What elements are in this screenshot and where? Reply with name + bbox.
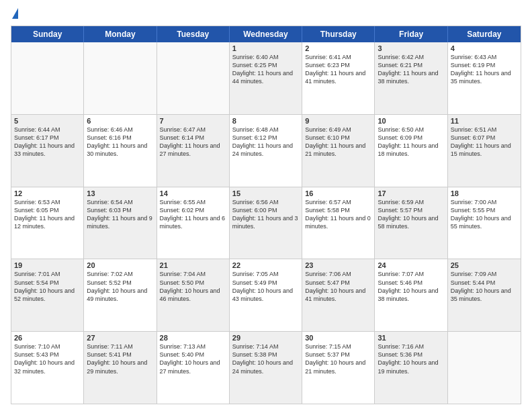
day-number: 15	[232, 189, 299, 197]
calendar-day-27: 27Sunrise: 7:11 AM Sunset: 5:41 PM Dayli…	[84, 332, 157, 404]
cell-info-text: Sunrise: 6:51 AM Sunset: 6:07 PM Dayligh…	[451, 126, 518, 158]
calendar-day-12: 12Sunrise: 6:53 AM Sunset: 6:05 PM Dayli…	[11, 187, 84, 259]
logo-triangle-icon	[12, 8, 18, 19]
weekday-header-saturday: Saturday	[448, 26, 521, 42]
day-number: 1	[232, 44, 299, 52]
calendar-body: 1Sunrise: 6:40 AM Sunset: 6:25 PM Daylig…	[11, 42, 521, 404]
weekday-header-monday: Monday	[84, 26, 157, 42]
day-number: 27	[87, 334, 153, 342]
cell-info-text: Sunrise: 7:02 AM Sunset: 5:52 PM Dayligh…	[87, 270, 153, 303]
day-number: 22	[232, 261, 299, 269]
day-number: 28	[160, 334, 226, 342]
cell-info-text: Sunrise: 6:41 AM Sunset: 6:23 PM Dayligh…	[305, 53, 371, 86]
calendar-day-24: 24Sunrise: 7:07 AM Sunset: 5:46 PM Dayli…	[375, 259, 447, 331]
calendar-day-22: 22Sunrise: 7:05 AM Sunset: 5:49 PM Dayli…	[230, 259, 302, 331]
calendar-day-2: 2Sunrise: 6:41 AM Sunset: 6:23 PM Daylig…	[302, 42, 375, 114]
day-number: 12	[14, 189, 81, 197]
calendar-row-3: 19Sunrise: 7:01 AM Sunset: 5:54 PM Dayli…	[11, 259, 521, 332]
day-number: 11	[451, 117, 518, 125]
calendar-day-7: 7Sunrise: 6:47 AM Sunset: 6:14 PM Daylig…	[157, 115, 230, 187]
calendar-day-4: 4Sunrise: 6:43 AM Sunset: 6:19 PM Daylig…	[448, 42, 521, 114]
header	[11, 8, 521, 20]
calendar-cell-empty-0-1	[84, 42, 157, 114]
day-number: 18	[451, 189, 518, 197]
day-number: 9	[305, 117, 371, 125]
cell-info-text: Sunrise: 6:55 AM Sunset: 6:02 PM Dayligh…	[160, 198, 226, 231]
cell-info-text: Sunrise: 6:59 AM Sunset: 5:57 PM Dayligh…	[378, 198, 444, 231]
cell-info-text: Sunrise: 6:42 AM Sunset: 6:21 PM Dayligh…	[378, 53, 444, 86]
cell-info-text: Sunrise: 7:01 AM Sunset: 5:54 PM Dayligh…	[14, 270, 81, 303]
cell-info-text: Sunrise: 6:56 AM Sunset: 6:00 PM Dayligh…	[232, 198, 299, 231]
weekday-header-sunday: Sunday	[11, 26, 84, 42]
cell-info-text: Sunrise: 6:40 AM Sunset: 6:25 PM Dayligh…	[232, 53, 299, 86]
day-number: 2	[305, 44, 371, 52]
day-number: 26	[14, 334, 81, 342]
day-number: 31	[378, 334, 444, 342]
calendar-cell-empty-0-0	[11, 42, 84, 114]
calendar-day-28: 28Sunrise: 7:13 AM Sunset: 5:40 PM Dayli…	[157, 332, 230, 404]
calendar-day-14: 14Sunrise: 6:55 AM Sunset: 6:02 PM Dayli…	[157, 187, 230, 259]
day-number: 17	[378, 189, 444, 197]
day-number: 6	[87, 117, 153, 125]
weekday-header-tuesday: Tuesday	[157, 26, 230, 42]
weekday-header-thursday: Thursday	[302, 26, 375, 42]
cell-info-text: Sunrise: 7:05 AM Sunset: 5:49 PM Dayligh…	[232, 270, 299, 303]
day-number: 13	[87, 189, 153, 197]
calendar-header-row: SundayMondayTuesdayWednesdayThursdayFrid…	[11, 26, 521, 42]
calendar-day-15: 15Sunrise: 6:56 AM Sunset: 6:00 PM Dayli…	[230, 187, 302, 259]
calendar-day-6: 6Sunrise: 6:46 AM Sunset: 6:16 PM Daylig…	[84, 115, 157, 187]
calendar-day-18: 18Sunrise: 7:00 AM Sunset: 5:55 PM Dayli…	[448, 187, 521, 259]
day-number: 19	[14, 261, 81, 269]
calendar-row-0: 1Sunrise: 6:40 AM Sunset: 6:25 PM Daylig…	[11, 42, 521, 115]
day-number: 20	[87, 261, 153, 269]
weekday-header-friday: Friday	[375, 26, 447, 42]
cell-info-text: Sunrise: 6:43 AM Sunset: 6:19 PM Dayligh…	[451, 53, 518, 86]
day-number: 14	[160, 189, 226, 197]
calendar-day-13: 13Sunrise: 6:54 AM Sunset: 6:03 PM Dayli…	[84, 187, 157, 259]
day-number: 29	[232, 334, 299, 342]
calendar-day-31: 31Sunrise: 7:16 AM Sunset: 5:36 PM Dayli…	[375, 332, 447, 404]
day-number: 5	[14, 117, 81, 125]
calendar-day-3: 3Sunrise: 6:42 AM Sunset: 6:21 PM Daylig…	[375, 42, 447, 114]
calendar-day-23: 23Sunrise: 7:06 AM Sunset: 5:47 PM Dayli…	[302, 259, 375, 331]
calendar-day-11: 11Sunrise: 6:51 AM Sunset: 6:07 PM Dayli…	[448, 115, 521, 187]
calendar-day-21: 21Sunrise: 7:04 AM Sunset: 5:50 PM Dayli…	[157, 259, 230, 331]
cell-info-text: Sunrise: 7:13 AM Sunset: 5:40 PM Dayligh…	[160, 342, 226, 375]
day-number: 24	[378, 261, 444, 269]
calendar-day-17: 17Sunrise: 6:59 AM Sunset: 5:57 PM Dayli…	[375, 187, 447, 259]
calendar-day-16: 16Sunrise: 6:57 AM Sunset: 5:58 PM Dayli…	[302, 187, 375, 259]
day-number: 7	[160, 117, 226, 125]
calendar-day-19: 19Sunrise: 7:01 AM Sunset: 5:54 PM Dayli…	[11, 259, 84, 331]
day-number: 21	[160, 261, 226, 269]
cell-info-text: Sunrise: 7:11 AM Sunset: 5:41 PM Dayligh…	[87, 342, 153, 375]
day-number: 30	[305, 334, 371, 342]
calendar-row-2: 12Sunrise: 6:53 AM Sunset: 6:05 PM Dayli…	[11, 187, 521, 260]
calendar-cell-empty-0-2	[157, 42, 230, 114]
cell-info-text: Sunrise: 6:44 AM Sunset: 6:17 PM Dayligh…	[14, 126, 81, 158]
day-number: 25	[451, 261, 518, 269]
day-number: 10	[378, 117, 444, 125]
calendar-day-1: 1Sunrise: 6:40 AM Sunset: 6:25 PM Daylig…	[230, 42, 302, 114]
calendar-day-20: 20Sunrise: 7:02 AM Sunset: 5:52 PM Dayli…	[84, 259, 157, 331]
cell-info-text: Sunrise: 7:00 AM Sunset: 5:55 PM Dayligh…	[451, 198, 518, 231]
page: SundayMondayTuesdayWednesdayThursdayFrid…	[0, 0, 532, 411]
cell-info-text: Sunrise: 7:10 AM Sunset: 5:43 PM Dayligh…	[14, 342, 81, 375]
cell-info-text: Sunrise: 7:14 AM Sunset: 5:38 PM Dayligh…	[232, 342, 299, 375]
calendar-day-9: 9Sunrise: 6:49 AM Sunset: 6:10 PM Daylig…	[302, 115, 375, 187]
calendar-row-1: 5Sunrise: 6:44 AM Sunset: 6:17 PM Daylig…	[11, 115, 521, 187]
day-number: 3	[378, 44, 444, 52]
cell-info-text: Sunrise: 7:09 AM Sunset: 5:44 PM Dayligh…	[451, 270, 518, 303]
day-number: 4	[451, 44, 518, 52]
day-number: 16	[305, 189, 371, 197]
cell-info-text: Sunrise: 6:47 AM Sunset: 6:14 PM Dayligh…	[160, 126, 226, 158]
cell-info-text: Sunrise: 7:04 AM Sunset: 5:50 PM Dayligh…	[160, 270, 226, 303]
cell-info-text: Sunrise: 6:48 AM Sunset: 6:12 PM Dayligh…	[232, 126, 299, 158]
cell-info-text: Sunrise: 6:57 AM Sunset: 5:58 PM Dayligh…	[305, 198, 371, 231]
calendar-row-4: 26Sunrise: 7:10 AM Sunset: 5:43 PM Dayli…	[11, 332, 521, 404]
cell-info-text: Sunrise: 7:15 AM Sunset: 5:37 PM Dayligh…	[305, 342, 371, 375]
weekday-header-wednesday: Wednesday	[230, 26, 302, 42]
calendar-day-30: 30Sunrise: 7:15 AM Sunset: 5:37 PM Dayli…	[302, 332, 375, 404]
cell-info-text: Sunrise: 6:53 AM Sunset: 6:05 PM Dayligh…	[14, 198, 81, 231]
day-number: 23	[305, 261, 371, 269]
day-number: 8	[232, 117, 299, 125]
